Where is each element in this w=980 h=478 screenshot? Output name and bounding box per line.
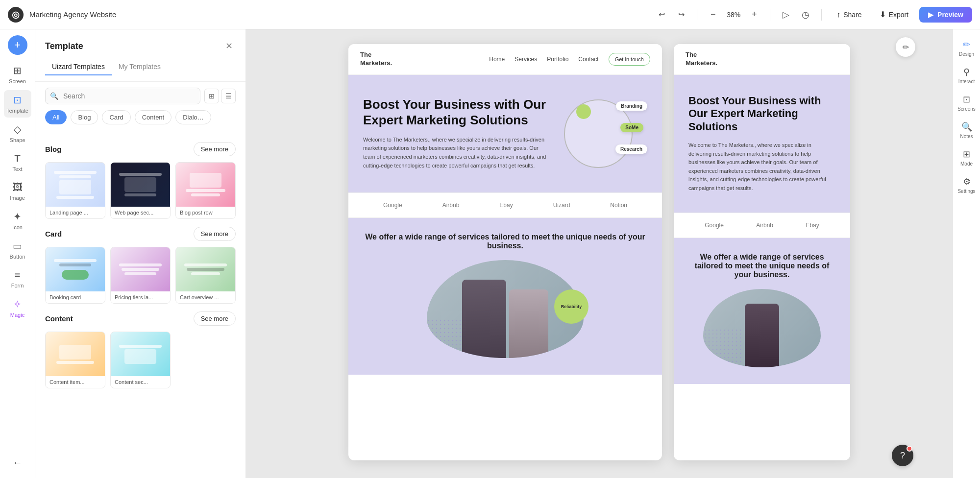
- filter-chips: All Blog Card Content Dialo…: [35, 110, 245, 130]
- wp-hero-desc: Welcome to The Marketers., where we spec…: [363, 136, 549, 170]
- canvas-corner-buttons: ✏: [896, 37, 915, 57]
- settings-icon: ⚙: [963, 176, 971, 187]
- zoom-out-button[interactable]: −: [705, 7, 721, 23]
- canvas-edit-button[interactable]: ✏: [896, 37, 915, 57]
- wp-nav: Home Services Portfolio Contact Get in t…: [489, 53, 650, 66]
- search-row: 🔍 ⊞ ☰: [35, 82, 245, 110]
- zoom-controls: − 38% +: [705, 7, 762, 23]
- list-view-button[interactable]: ☰: [221, 89, 236, 103]
- wp-dots-bg: [427, 319, 466, 358]
- filter-blog[interactable]: Blog: [71, 110, 98, 124]
- website-preview-main[interactable]: The Marketers. Home Services Portfolio C…: [348, 44, 662, 460]
- wp-hero-title: Boost Your Business with Our Expert Mark…: [363, 97, 549, 127]
- topbar: ◎ Marketing Agency Website ↩ ↪ − 38% + ▷…: [0, 0, 980, 29]
- template-card-content1[interactable]: Content item...: [45, 332, 105, 388]
- blog-see-more-button[interactable]: See more: [194, 142, 236, 156]
- sidebar-item-image[interactable]: 🖼 Image: [4, 178, 31, 205]
- wp-services: We offer a wide range of services tailor…: [348, 218, 662, 375]
- wp-logo-uizard: Uizard: [553, 202, 570, 209]
- filter-all[interactable]: All: [45, 110, 67, 124]
- redo-button[interactable]: ↪: [673, 7, 689, 23]
- tab-uizard-templates[interactable]: Uizard Templates: [45, 59, 112, 75]
- sidebar-item-text[interactable]: T Text: [4, 149, 31, 176]
- wp-logo-google-2: Google: [705, 222, 724, 229]
- template-card-landing-page[interactable]: Landing page ...: [45, 162, 105, 219]
- rt-screens-button[interactable]: ⊡ Screens: [956, 90, 978, 116]
- wp-logo-airbnb: Airbnb: [442, 202, 460, 209]
- zoom-value: 38%: [724, 11, 743, 19]
- help-button[interactable]: ?: [892, 445, 913, 466]
- rt-mode-button[interactable]: ⊞ Mode: [956, 145, 978, 170]
- play-button[interactable]: ▷: [778, 7, 794, 23]
- sidebar-item-form[interactable]: ≡ Form: [4, 265, 31, 292]
- filter-card[interactable]: Card: [102, 110, 130, 124]
- divider3: [821, 9, 822, 21]
- zoom-in-button[interactable]: +: [746, 7, 762, 23]
- rt-settings-button[interactable]: ⚙ Settings: [956, 172, 978, 198]
- sidebar-bottom: ←: [4, 453, 31, 472]
- interact-icon: ⚲: [963, 67, 970, 77]
- wp-nav-cta-button[interactable]: Get in touch: [609, 53, 650, 66]
- template-thumb-web-page-sec: [111, 163, 170, 207]
- blog-section-title: Blog: [45, 145, 61, 153]
- panel-header: Template ✕: [35, 29, 245, 59]
- template-card-content2[interactable]: Content sec...: [110, 332, 171, 388]
- search-input[interactable]: [45, 88, 200, 104]
- wp-logo-airbnb-2: Airbnb: [756, 222, 773, 229]
- content-see-more-button[interactable]: See more: [194, 311, 236, 326]
- template-panel: Template ✕ Uizard Templates My Templates…: [35, 29, 246, 478]
- card-section-title: Card: [45, 230, 62, 238]
- timer-button[interactable]: ◷: [798, 7, 813, 23]
- wp-services-title-2: We offer a wide range of services tailor…: [688, 253, 835, 279]
- template-label-content1: Content item...: [46, 376, 105, 388]
- sidebar-item-magic[interactable]: ✧ Magic: [4, 294, 31, 322]
- template-label-pricing-tiers: Pricing tiers la...: [111, 291, 170, 303]
- undo-button[interactable]: ↩: [654, 7, 669, 23]
- add-element-button[interactable]: +: [8, 35, 27, 55]
- magic-icon: ✧: [13, 298, 22, 310]
- topbar-controls: ↩ ↪ − 38% + ▷ ◷ ↑ Share ⬇ Export ▶ Previ…: [654, 7, 972, 23]
- wp-services-2: We offer a wide range of services tailor…: [674, 238, 850, 384]
- sidebar-item-icon[interactable]: ✦ Icon: [4, 207, 31, 234]
- card-templates-grid: Booking card Pricing tiers la...: [45, 247, 236, 304]
- sidebar-item-screen[interactable]: ⊞ Screen: [4, 61, 31, 88]
- divider2: [770, 9, 770, 21]
- template-card-pricing-tiers[interactable]: Pricing tiers la...: [110, 247, 171, 304]
- template-card-cart-overview[interactable]: Cart overview ...: [175, 247, 236, 304]
- sidebar-item-button[interactable]: ▭ Button: [4, 236, 31, 263]
- design-icon: ✏: [963, 39, 970, 50]
- preview-button[interactable]: ▶ Preview: [919, 7, 972, 23]
- sidebar-item-shape[interactable]: ◇ Shape: [4, 120, 31, 147]
- card-see-more-button[interactable]: See more: [194, 227, 236, 241]
- tab-my-templates[interactable]: My Templates: [112, 59, 168, 75]
- wp-nav-home: Home: [489, 56, 505, 63]
- wp-dots-bg-2: [703, 328, 742, 367]
- grid-view-button[interactable]: ⊞: [204, 89, 219, 103]
- rt-notes-button[interactable]: 🔍 Notes: [956, 118, 978, 143]
- share-button[interactable]: ↑ Share: [830, 7, 868, 22]
- rt-interact-button[interactable]: ⚲ Interact: [956, 63, 978, 88]
- screens-icon: ⊡: [963, 94, 970, 105]
- image-icon: 🖼: [13, 182, 23, 193]
- export-button[interactable]: ⬇ Export: [873, 7, 915, 22]
- template-thumb-content2: [111, 332, 170, 376]
- filter-dialog[interactable]: Dialo…: [175, 110, 211, 124]
- rt-design-button[interactable]: ✏ Design: [956, 35, 978, 61]
- template-card-web-page-sec[interactable]: Web page sec...: [110, 162, 171, 219]
- template-card-booking[interactable]: Booking card: [45, 247, 105, 304]
- filter-content[interactable]: Content: [135, 110, 172, 124]
- divider: [697, 9, 697, 21]
- preview-play-icon: ▶: [928, 11, 933, 19]
- wp-reliability-badge: Reliability: [554, 289, 588, 324]
- close-panel-button[interactable]: ✕: [222, 39, 236, 53]
- notification-dot: [906, 446, 912, 452]
- template-label-blog-post-row: Blog post row: [176, 207, 235, 218]
- template-label-booking: Booking card: [46, 291, 105, 303]
- sidebar-item-template[interactable]: ⊡ Template: [4, 90, 31, 118]
- template-thumb-cart-overview: [176, 247, 235, 291]
- template-card-blog-post-row[interactable]: Blog post row: [175, 162, 236, 219]
- back-button[interactable]: ←: [4, 453, 31, 472]
- right-toolbar: ✏ Design ⚲ Interact ⊡ Screens 🔍 Notes ⊞ …: [953, 29, 980, 478]
- wp-team-image-2: [703, 289, 821, 367]
- wp-logos: Google Airbnb Ebay Uizard Notion: [348, 192, 662, 218]
